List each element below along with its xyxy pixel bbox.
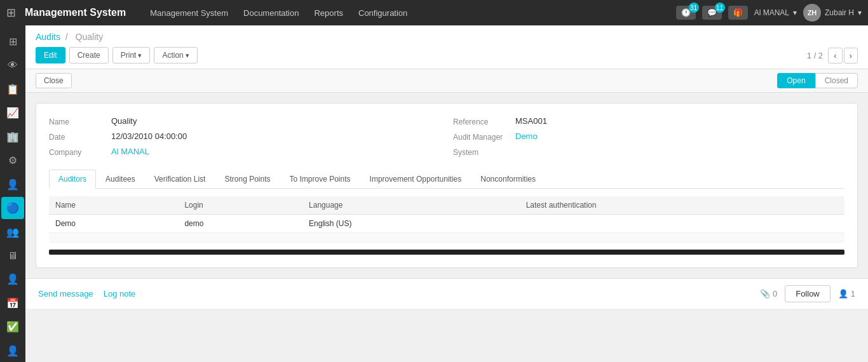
tab-improve-points[interactable]: To Improve Points <box>280 170 360 189</box>
close-button[interactable]: Close <box>36 73 72 88</box>
field-company: Company Al MANAL <box>49 147 440 157</box>
follower-number: 1 <box>851 289 855 298</box>
sidebar-item-eye[interactable]: 👁 <box>1 54 24 76</box>
attachment-number: 0 <box>773 289 777 298</box>
audit-manager-value[interactable]: Demo <box>515 131 538 141</box>
action-button[interactable]: Action <box>154 47 197 64</box>
activity-button[interactable]: 🕐 31 <box>676 6 696 20</box>
follow-button[interactable]: Follow <box>785 285 831 302</box>
breadcrumb-quality: Quality <box>76 32 104 42</box>
status-closed[interactable]: Closed <box>815 73 858 88</box>
dropdown-icon: ▾ <box>793 8 797 17</box>
topnav-right: 🕐 31 💬 11 🎁 Al MANAL ▾ ZH Zubair H ▾ <box>676 4 862 22</box>
follower-count: 👤 1 <box>838 289 855 298</box>
user-menu[interactable]: Al MANAL ▾ <box>754 8 797 17</box>
status-open[interactable]: Open <box>777 73 815 88</box>
user-profile[interactable]: ZH Zubair H ▾ <box>803 4 862 22</box>
reference-value: MSA001 <box>515 116 547 126</box>
breadcrumb-separator: / <box>65 32 71 42</box>
row-login: demo <box>178 215 302 233</box>
sidebar-item-group[interactable]: 👥 <box>1 220 24 243</box>
sidebar-item-chart[interactable]: 📈 <box>1 102 24 124</box>
row-name: Demo <box>49 215 178 233</box>
fields-right: Reference MSA001 Audit Manager Demo Syst… <box>453 116 844 157</box>
prev-button[interactable]: ‹ <box>828 48 842 64</box>
sidebar: ⊞ 👁 📋 📈 🏢 ⚙ 👤 🔵 👥 🖥 👤 📅 ✅ 👤 <box>0 25 25 362</box>
avatar: ZH <box>803 4 821 22</box>
edit-button[interactable]: Edit <box>36 47 65 64</box>
sidebar-item-check[interactable]: ✅ <box>1 316 24 338</box>
col-name: Name <box>49 196 178 215</box>
send-message-button[interactable]: Send message <box>38 289 93 298</box>
sidebar-item-person3[interactable]: 👤 <box>1 339 24 361</box>
field-reference: Reference MSA001 <box>453 116 844 126</box>
toolbar: Edit Create Print Action 1 / 2 ‹ › <box>36 47 858 69</box>
company-label: Company <box>49 147 106 157</box>
tab-strong-points[interactable]: Strong Points <box>215 170 280 189</box>
tab-improvement-opportunities[interactable]: Improvement Opportunities <box>360 170 471 189</box>
tab-bar: Auditors Auditees Verification List Stro… <box>49 170 844 189</box>
gift-icon: 🎁 <box>733 8 743 17</box>
col-language: Language <box>302 196 520 215</box>
print-button[interactable]: Print <box>112 47 151 64</box>
company-value[interactable]: Al MANAL <box>111 147 149 156</box>
table-row[interactable]: Demo demo English (US) <box>49 215 844 233</box>
layout: ⊞ 👁 📋 📈 🏢 ⚙ 👤 🔵 👥 🖥 👤 📅 ✅ 👤 Audits / Qua… <box>0 25 868 362</box>
activity-badge: 31 <box>689 3 699 13</box>
menu-configuration[interactable]: Configuration <box>352 6 414 20</box>
form-footer: Send message Log note 📎 0 Follow 👤 1 <box>25 278 868 309</box>
messages-button[interactable]: 💬 11 <box>702 6 722 20</box>
sidebar-item-person2[interactable]: 👤 <box>1 268 24 290</box>
reference-label: Reference <box>453 116 510 126</box>
name-label: Name <box>49 116 106 126</box>
progress-area <box>49 250 844 255</box>
user-dropdown-icon: ▾ <box>858 8 862 17</box>
sidebar-item-active[interactable]: 🔵 <box>1 197 24 219</box>
tab-auditees[interactable]: Auditees <box>96 170 145 189</box>
sidebar-item-screen[interactable]: 🖥 <box>1 245 24 267</box>
grid-icon[interactable]: ⊞ <box>6 6 16 20</box>
sidebar-item-gear[interactable]: ⚙ <box>1 149 24 171</box>
footer-right: 📎 0 Follow 👤 1 <box>760 285 855 302</box>
user-name2: Zubair H <box>825 8 854 17</box>
sidebar-item-calendar[interactable]: 📅 <box>1 292 24 314</box>
form-card: Name Quality Date 12/03/2010 04:00:00 Co… <box>36 103 858 268</box>
menu-management[interactable]: Management System <box>144 6 234 20</box>
app-title: Management System <box>25 7 126 18</box>
add-row-area <box>49 233 844 243</box>
main-content: Audits / Quality Edit Create Print Actio… <box>25 25 868 362</box>
field-system: System <box>453 147 844 157</box>
menu-documentation[interactable]: Documentation <box>237 6 305 20</box>
tab-auditors[interactable]: Auditors <box>49 170 96 189</box>
field-name: Name Quality <box>49 116 440 126</box>
system-label: System <box>453 147 510 157</box>
breadcrumb-audits[interactable]: Audits <box>36 32 60 42</box>
date-label: Date <box>49 131 106 142</box>
log-note-button[interactable]: Log note <box>104 289 136 298</box>
fields-left: Name Quality Date 12/03/2010 04:00:00 Co… <box>49 116 440 157</box>
date-value: 12/03/2010 04:00:00 <box>111 131 187 141</box>
breadcrumb: Audits / Quality <box>36 32 858 42</box>
user-name: Al MANAL <box>754 8 789 17</box>
tab-verification-list[interactable]: Verification List <box>145 170 215 189</box>
menu-reports[interactable]: Reports <box>308 6 349 20</box>
messages-badge: 11 <box>715 3 725 13</box>
row-language: English (US) <box>302 215 520 233</box>
field-audit-manager: Audit Manager Demo <box>453 131 844 142</box>
name-value: Quality <box>111 116 137 126</box>
breadcrumb-bar: Audits / Quality Edit Create Print Actio… <box>25 25 868 69</box>
gifts-button[interactable]: 🎁 <box>728 6 748 20</box>
audit-manager-label: Audit Manager <box>453 131 510 142</box>
status-bar: Close Open Closed <box>25 69 868 93</box>
row-latest-auth <box>520 215 844 233</box>
field-date: Date 12/03/2010 04:00:00 <box>49 131 440 142</box>
sidebar-item-grid[interactable]: ⊞ <box>1 30 24 53</box>
sidebar-item-clipboard[interactable]: 📋 <box>1 78 24 100</box>
create-button[interactable]: Create <box>69 47 109 64</box>
paperclip-icon: 📎 <box>760 289 770 298</box>
tab-nonconformities[interactable]: Nonconformities <box>471 170 545 189</box>
sidebar-item-building[interactable]: 🏢 <box>1 126 24 148</box>
auditors-table: Name Login Language Latest authenticatio… <box>49 196 844 233</box>
next-button[interactable]: › <box>844 48 858 64</box>
sidebar-item-person[interactable]: 👤 <box>1 173 24 196</box>
